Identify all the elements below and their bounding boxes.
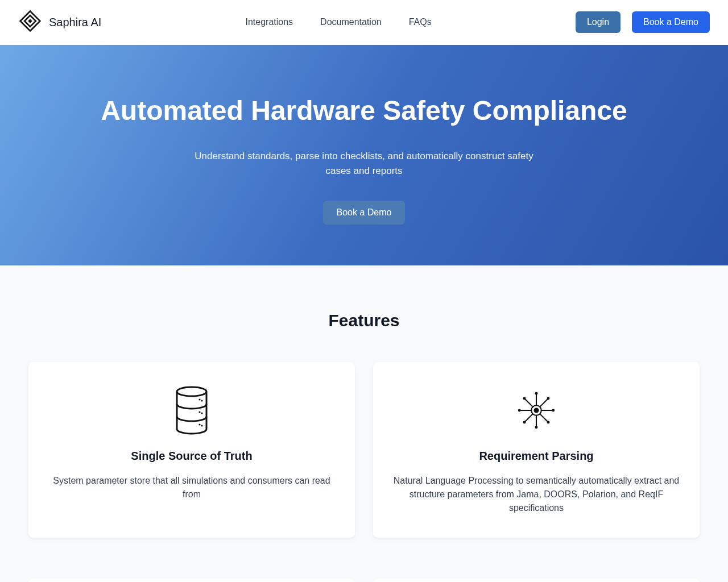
logo-icon <box>18 9 42 35</box>
nav-links: Integrations Documentation FAQs <box>245 17 431 27</box>
nav-link-faqs[interactable]: FAQs <box>409 17 432 27</box>
brand[interactable]: Saphira AI <box>18 9 101 35</box>
svg-line-16 <box>524 398 533 407</box>
feature-card-partial-2 <box>373 579 700 582</box>
svg-line-19 <box>524 414 533 422</box>
svg-point-24 <box>523 397 526 400</box>
feature-card-requirement-parsing: Requirement Parsing Natural Language Pro… <box>373 362 700 538</box>
hero-subtitle: Understand standards, parse into checkli… <box>188 149 540 178</box>
features-section: Features Sin <box>0 265 728 582</box>
brand-name: Saphira AI <box>49 16 101 29</box>
feature-title: Single Source of Truth <box>44 450 339 463</box>
svg-line-18 <box>540 398 548 407</box>
hero-section: Automated Hardware Safety Compliance Und… <box>0 45 728 265</box>
svg-point-21 <box>535 426 538 429</box>
hero-title: Automated Hardware Safety Compliance <box>11 95 717 126</box>
svg-point-27 <box>523 421 526 424</box>
book-demo-button[interactable]: Book a Demo <box>632 11 710 33</box>
svg-rect-2 <box>28 19 32 23</box>
svg-point-8 <box>198 423 200 425</box>
svg-point-6 <box>198 411 200 413</box>
feature-description: Natural Language Processing to semantica… <box>389 474 684 515</box>
svg-point-3 <box>177 387 206 396</box>
svg-point-5 <box>201 400 202 401</box>
feature-card-single-source: Single Source of Truth System parameter … <box>28 362 355 538</box>
feature-title: Requirement Parsing <box>389 450 684 463</box>
svg-point-9 <box>201 425 202 426</box>
nav-link-integrations[interactable]: Integrations <box>245 17 293 27</box>
svg-point-23 <box>552 409 555 412</box>
feature-description: System parameter store that all simulati… <box>44 474 339 501</box>
svg-line-17 <box>540 414 548 422</box>
hero-book-demo-button[interactable]: Book a Demo <box>323 201 406 225</box>
nav-actions: Login Book a Demo <box>576 11 710 33</box>
svg-point-11 <box>535 409 539 413</box>
circuit-icon <box>389 385 684 436</box>
svg-point-26 <box>547 397 550 400</box>
feature-card-partial-1 <box>28 579 355 582</box>
svg-point-20 <box>535 392 538 395</box>
svg-point-25 <box>547 421 550 424</box>
nav-link-documentation[interactable]: Documentation <box>320 17 382 27</box>
login-button[interactable]: Login <box>576 11 621 33</box>
features-grid: Single Source of Truth System parameter … <box>28 362 700 538</box>
svg-point-22 <box>518 409 521 412</box>
svg-point-4 <box>198 398 200 400</box>
svg-point-7 <box>201 412 202 414</box>
features-grid-row-2 <box>28 579 700 582</box>
database-icon <box>44 385 339 436</box>
header: Saphira AI Integrations Documentation FA… <box>0 0 728 45</box>
features-heading: Features <box>18 311 710 330</box>
